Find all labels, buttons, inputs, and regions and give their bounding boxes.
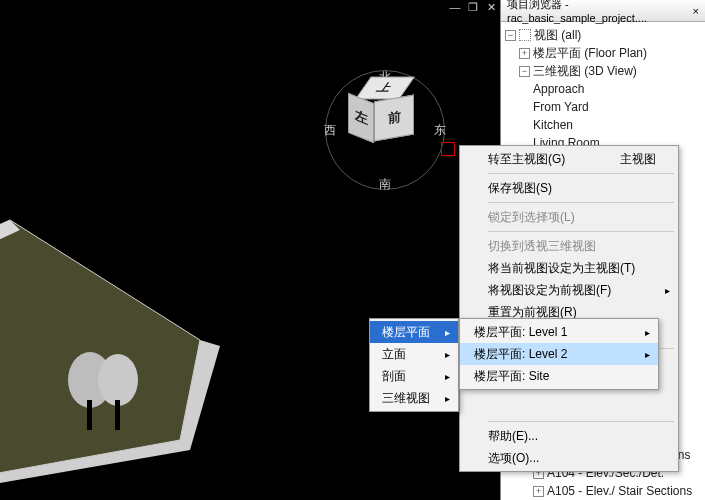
menu-help[interactable]: 帮助(E)... (460, 425, 678, 447)
restore-button[interactable]: ❐ (464, 0, 482, 16)
submenu-floor-plan[interactable]: 楼层平面▸ (370, 321, 458, 343)
tree-label: From Yard (533, 100, 589, 114)
menu-label: 将当前视图设定为主视图(T) (488, 260, 635, 277)
submenu-elevation[interactable]: 立面▸ (370, 343, 458, 365)
tree-item[interactable]: From Yard (503, 98, 703, 116)
tree-label: 视图 (all) (534, 27, 581, 44)
viewcube[interactable]: 北 南 东 西 上 左 前 (315, 60, 455, 200)
menu-label: 主视图 (620, 151, 656, 168)
compass-south[interactable]: 南 (379, 176, 391, 193)
menu-label: 将视图设定为前视图(F) (488, 282, 611, 299)
tree-item[interactable]: +A105 - Elev./ Stair Sections (503, 482, 703, 500)
menu-label: 楼层平面: Level 1 (474, 324, 567, 341)
project-browser-tab[interactable]: 项目浏览器 - rac_basic_sample_project.... × (501, 0, 705, 22)
tree-label: 楼层平面 (Floor Plan) (533, 45, 647, 62)
menu-go-to-main-view[interactable]: 转至主视图(G) 主视图 (460, 148, 678, 170)
tree-label: A105 - Elev./ Stair Sections (547, 484, 692, 498)
tree-label: 三维视图 (3D View) (533, 63, 637, 80)
tree-root-views[interactable]: − 视图 (all) (503, 26, 703, 44)
viewcube-front[interactable]: 前 (374, 94, 414, 141)
window-controls: — ❐ ✕ (446, 0, 500, 16)
tree-label: Kitchen (533, 118, 573, 132)
menu-label: 楼层平面: Site (474, 368, 549, 385)
menu-save-view[interactable]: 保存视图(S) (460, 177, 678, 199)
menu-label: 帮助(E)... (488, 428, 538, 445)
minimize-button[interactable]: — (446, 0, 464, 16)
menu-label: 三维视图 (382, 390, 430, 407)
chevron-right-icon: ▸ (665, 285, 670, 296)
selection-box (441, 142, 455, 156)
menu-label: 切换到透视三维视图 (488, 238, 596, 255)
menu-separator (488, 231, 674, 232)
collapse-icon[interactable]: − (505, 30, 516, 41)
chevron-right-icon: ▸ (445, 327, 450, 338)
compass-east[interactable]: 东 (434, 122, 446, 139)
menu-label: 剖面 (382, 368, 406, 385)
menu-label: 楼层平面 (382, 324, 430, 341)
menu-lock-selection: 锁定到选择项(L) (460, 206, 678, 228)
view-icon (519, 29, 531, 41)
submenu-site[interactable]: 楼层平面: Site (460, 365, 658, 387)
menu-separator (488, 421, 674, 422)
svg-marker-0 (0, 220, 200, 480)
menu-separator (488, 202, 674, 203)
chevron-right-icon: ▸ (445, 349, 450, 360)
chevron-right-icon: ▸ (445, 393, 450, 404)
close-button[interactable]: ✕ (482, 0, 500, 16)
collapse-icon[interactable]: − (519, 66, 530, 77)
svg-point-4 (98, 354, 138, 406)
submenu-level2[interactable]: 楼层平面: Level 2▸ (460, 343, 658, 365)
submenu-3d-view[interactable]: 三维视图▸ (370, 387, 458, 409)
expand-icon[interactable]: + (533, 486, 544, 497)
tree-label: Approach (533, 82, 584, 96)
model-viewport[interactable]: — ❐ ✕ 北 南 东 西 上 左 前 (0, 0, 500, 500)
terrain-model[interactable] (0, 180, 340, 500)
viewcube-left[interactable]: 左 (348, 93, 374, 144)
submenu-level1[interactable]: 楼层平面: Level 1▸ (460, 321, 658, 343)
menu-separator (488, 173, 674, 174)
menu-options[interactable]: 选项(O)... (460, 447, 678, 469)
menu-label: 立面 (382, 346, 406, 363)
menu-label: 楼层平面: Level 2 (474, 346, 567, 363)
menu-label: 转至主视图(G) (488, 151, 565, 168)
close-icon[interactable]: × (693, 5, 699, 17)
menu-label: 选项(O)... (488, 450, 539, 467)
menu-set-current-main[interactable]: 将当前视图设定为主视图(T) (460, 257, 678, 279)
expand-icon[interactable]: + (519, 48, 530, 59)
floor-plan-submenu: 楼层平面: Level 1▸ 楼层平面: Level 2▸ 楼层平面: Site (459, 318, 659, 390)
menu-label: 锁定到选择项(L) (488, 209, 575, 226)
tree-floor-plan[interactable]: + 楼层平面 (Floor Plan) (503, 44, 703, 62)
view-type-submenu: 楼层平面▸ 立面▸ 剖面▸ 三维视图▸ (369, 318, 459, 412)
svg-rect-5 (87, 400, 92, 430)
tree-item[interactable]: Kitchen (503, 116, 703, 134)
viewcube-context-menu: 转至主视图(G) 主视图 保存视图(S) 锁定到选择项(L) 切换到透视三维视图… (459, 145, 679, 472)
tree-item[interactable]: Approach (503, 80, 703, 98)
chevron-right-icon: ▸ (445, 371, 450, 382)
menu-switch-perspective: 切换到透视三维视图 (460, 235, 678, 257)
svg-rect-6 (115, 400, 120, 430)
menu-set-front-view[interactable]: 将视图设定为前视图(F)▸ (460, 279, 678, 301)
chevron-right-icon: ▸ (645, 349, 650, 360)
viewcube-cube[interactable]: 上 左 前 (350, 80, 420, 150)
panel-title: 项目浏览器 - rac_basic_sample_project.... (507, 0, 689, 24)
chevron-right-icon: ▸ (645, 327, 650, 338)
compass-west[interactable]: 西 (324, 122, 336, 139)
submenu-section[interactable]: 剖面▸ (370, 365, 458, 387)
tree-3d-view[interactable]: − 三维视图 (3D View) (503, 62, 703, 80)
menu-label: 保存视图(S) (488, 180, 552, 197)
